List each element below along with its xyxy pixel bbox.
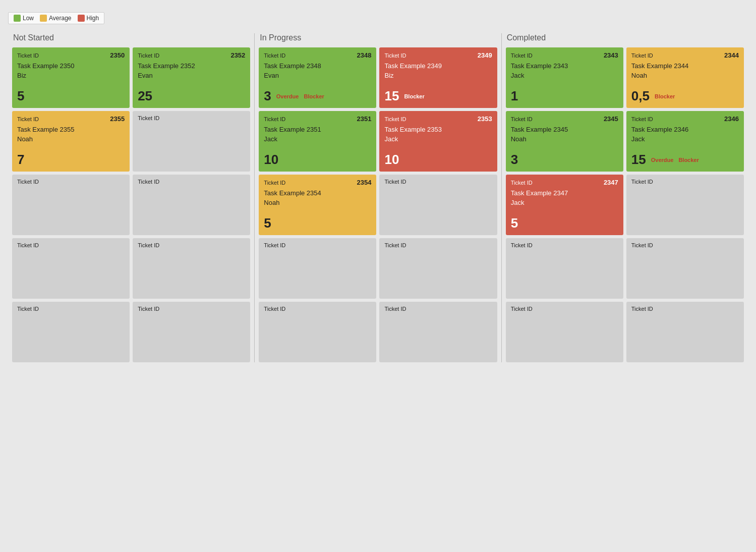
card-header: Ticket ID2352 <box>138 51 245 59</box>
card-footer: 5 <box>264 215 371 231</box>
card-footer: 10 <box>384 152 492 168</box>
column-title: In Progress <box>259 33 497 42</box>
card-task: Task Example 2344 <box>631 62 739 70</box>
card-header: Ticket ID2344 <box>631 51 739 59</box>
legend-item: Low <box>14 15 34 22</box>
card-task: Task Example 2348 <box>264 62 371 70</box>
card-task: Task Example 2355 <box>17 126 125 133</box>
ticket-label: Ticket ID <box>511 180 533 186</box>
legend: LowAverageHigh <box>8 12 104 24</box>
card-number: 5 <box>511 215 518 231</box>
card-footer: 3OverdueBlocker <box>264 88 371 104</box>
card-assignee: Jack <box>511 199 618 206</box>
ticket-label: Ticket ID <box>264 52 285 59</box>
card-2347[interactable]: Ticket ID2347Task Example 2347Jack5 <box>506 175 623 235</box>
card-header: Ticket ID <box>138 115 245 121</box>
card-assignee: Jack <box>264 135 371 143</box>
card-2351[interactable]: Ticket ID2351Task Example 2351Jack10 <box>259 111 376 172</box>
card-2344[interactable]: Ticket ID2344Task Example 2344Noah0,5Blo… <box>626 47 744 108</box>
card-task: Task Example 2352 <box>138 62 245 70</box>
ticket-label: Ticket ID <box>384 306 406 312</box>
ticket-label: Ticket ID <box>384 116 406 122</box>
legend-item: High <box>78 15 99 22</box>
card-footer: 10 <box>264 152 371 168</box>
card-grid: Ticket ID2343Task Example 2343Jack1Ticke… <box>506 47 744 362</box>
card-2348[interactable]: Ticket ID2348Task Example 2348Evan3Overd… <box>259 47 376 108</box>
ticket-label: Ticket ID <box>138 115 159 121</box>
card-assignee: Noah <box>264 199 371 206</box>
card-header: Ticket ID <box>138 179 245 185</box>
card-task: Task Example 2343 <box>511 62 618 70</box>
card-header: Ticket ID2351 <box>264 115 371 123</box>
card-header: Ticket ID <box>631 242 739 248</box>
card-footer: 7 <box>17 152 125 168</box>
badge-blocker: Blocker <box>678 157 699 163</box>
ticket-label: Ticket ID <box>138 179 159 185</box>
card-number: 7 <box>17 152 24 168</box>
card-empty: Ticket ID <box>626 238 744 299</box>
card-empty: Ticket ID <box>133 175 250 235</box>
card-header: Ticket ID <box>17 306 125 312</box>
ticket-id: 2352 <box>230 51 245 59</box>
card-header: Ticket ID <box>17 179 125 185</box>
ticket-label: Ticket ID <box>138 306 159 312</box>
ticket-label: Ticket ID <box>17 306 39 312</box>
card-number: 3 <box>264 88 271 104</box>
ticket-label: Ticket ID <box>511 242 533 248</box>
card-task: Task Example 2345 <box>511 126 618 133</box>
card-grid: Ticket ID2348Task Example 2348Evan3Overd… <box>259 47 497 362</box>
ticket-id: 2355 <box>110 115 125 123</box>
card-empty: Ticket ID <box>12 238 130 299</box>
card-header: Ticket ID2349 <box>384 51 492 59</box>
ticket-id: 2347 <box>604 179 618 186</box>
ticket-id: 2344 <box>724 51 739 59</box>
ticket-label: Ticket ID <box>17 242 39 248</box>
card-assignee: Evan <box>138 72 245 79</box>
ticket-label: Ticket ID <box>384 242 406 248</box>
card-2350[interactable]: Ticket ID2350Task Example 2350Biz5 <box>12 47 130 108</box>
ticket-label: Ticket ID <box>511 52 533 59</box>
card-header: Ticket ID2348 <box>264 51 371 59</box>
ticket-id: 2345 <box>604 115 618 123</box>
card-number: 10 <box>384 152 399 168</box>
ticket-label: Ticket ID <box>17 179 39 185</box>
card-empty: Ticket ID <box>506 238 623 299</box>
card-2353[interactable]: Ticket ID2353Task Example 2353Jack10 <box>379 111 497 172</box>
card-footer: 1 <box>511 88 618 104</box>
card-assignee: Jack <box>511 72 618 79</box>
card-header: Ticket ID2353 <box>384 115 492 123</box>
card-2349[interactable]: Ticket ID2349Task Example 2349Biz15Block… <box>379 47 497 108</box>
card-header: Ticket ID <box>631 179 739 185</box>
card-header: Ticket ID <box>511 242 618 248</box>
card-number: 3 <box>511 152 518 168</box>
card-assignee: Noah <box>511 135 618 143</box>
ticket-label: Ticket ID <box>631 52 653 59</box>
card-number: 5 <box>264 215 271 231</box>
card-task: Task Example 2349 <box>384 62 492 70</box>
ticket-label: Ticket ID <box>511 116 533 122</box>
card-header: Ticket ID <box>17 242 125 248</box>
card-2343[interactable]: Ticket ID2343Task Example 2343Jack1 <box>506 47 623 108</box>
ticket-id: 2353 <box>478 115 492 123</box>
card-header: Ticket ID <box>384 306 492 312</box>
badge-overdue: Overdue <box>651 157 674 163</box>
card-header: Ticket ID <box>631 306 739 312</box>
card-header: Ticket ID <box>264 242 371 248</box>
ticket-id: 2348 <box>357 51 372 59</box>
card-header: Ticket ID <box>264 306 371 312</box>
card-assignee: Jack <box>631 135 739 143</box>
card-2345[interactable]: Ticket ID2345Task Example 2345Noah3 <box>506 111 623 172</box>
card-empty: Ticket ID <box>133 238 250 299</box>
card-2355[interactable]: Ticket ID2355Task Example 2355Noah7 <box>12 111 130 172</box>
column-not-started: Not StartedTicket ID2350Task Example 235… <box>8 33 255 362</box>
column-title: Not Started <box>12 33 250 42</box>
card-empty: Ticket ID <box>626 302 744 362</box>
badge-blocker: Blocker <box>304 93 324 99</box>
card-header: Ticket ID2354 <box>264 179 371 186</box>
card-2354[interactable]: Ticket ID2354Task Example 2354Noah5 <box>259 175 376 235</box>
card-empty: Ticket ID <box>379 302 497 362</box>
card-empty: Ticket ID <box>133 302 250 362</box>
card-header: Ticket ID2343 <box>511 51 618 59</box>
card-2352[interactable]: Ticket ID2352Task Example 2352Evan25 <box>133 47 250 108</box>
card-2346[interactable]: Ticket ID2346Task Example 2346Jack15Over… <box>626 111 744 172</box>
